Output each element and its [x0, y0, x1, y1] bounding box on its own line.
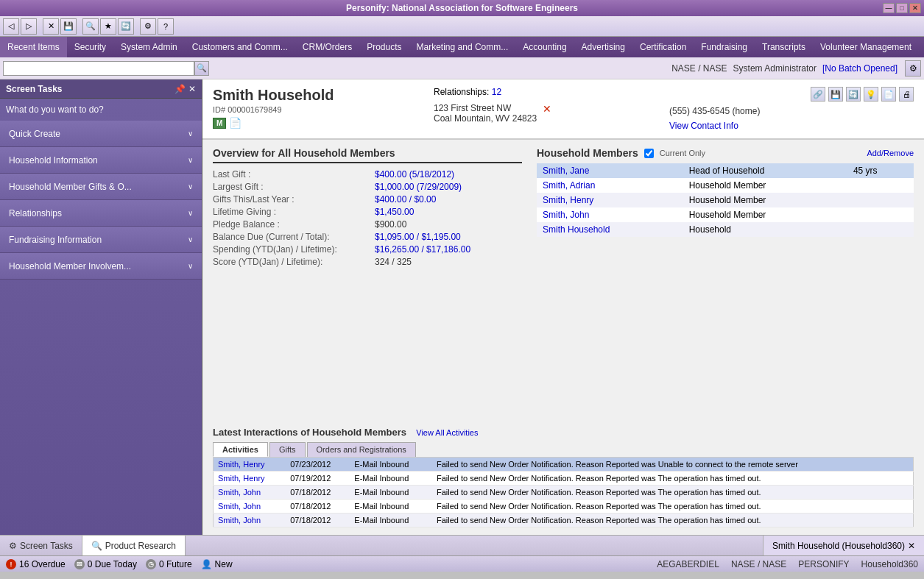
- menu-item-volunteer[interactable]: Volunteer Management: [813, 37, 919, 57]
- household-icons: M 📄: [213, 117, 419, 129]
- link-icon-button[interactable]: 🔗: [811, 87, 825, 102]
- household-phone: (555) 435-6545 (home): [669, 106, 914, 116]
- close-window-button[interactable]: ✕: [909, 3, 921, 13]
- menu-item-crm-orders[interactable]: CRM/Orders: [295, 37, 359, 57]
- member-age-cell: [847, 207, 914, 222]
- lightbulb-button[interactable]: 💡: [864, 87, 878, 102]
- document-button[interactable]: 📄: [881, 87, 896, 102]
- new-status[interactable]: 👤 New: [201, 559, 233, 569]
- member-name-cell[interactable]: Smith Household: [537, 222, 683, 237]
- menu-item-certification[interactable]: Certification: [632, 37, 694, 57]
- member-name-cell[interactable]: Smith, Jane: [537, 163, 683, 178]
- menu-item-products[interactable]: Products: [359, 37, 409, 57]
- overdue-status[interactable]: ! 16 Overdue: [6, 559, 66, 569]
- refresh-button[interactable]: 🔄: [118, 18, 134, 35]
- member-name-cell[interactable]: Smith, Henry: [537, 193, 683, 207]
- menu-item-security[interactable]: Security: [67, 37, 113, 57]
- sidebar-close-button[interactable]: ✕: [188, 84, 196, 94]
- star-button[interactable]: ★: [100, 18, 116, 35]
- overview-left: Overview for All Household Members Last …: [213, 147, 522, 419]
- status-bar: ! 16 Overdue ✉ 0 Due Today ◷ 0 Future 👤 …: [0, 555, 924, 572]
- screen-tasks-icon: ⚙: [9, 541, 17, 551]
- household360-tab[interactable]: Smith Household (Household360) ✕: [763, 536, 924, 555]
- table-row: Smith, John 07/18/2012 E-Mail Inbound Fa…: [214, 514, 914, 528]
- search-input[interactable]: [3, 61, 194, 76]
- sidebar-item-quick-create[interactable]: Quick Create ∨: [0, 121, 202, 147]
- minimize-button[interactable]: —: [883, 3, 895, 13]
- add-remove-link[interactable]: Add/Remove: [867, 149, 914, 157]
- save-record-button[interactable]: 💾: [828, 87, 843, 102]
- tab-orders[interactable]: Orders and Registrations: [307, 442, 416, 457]
- close-household360-button[interactable]: ✕: [908, 541, 915, 551]
- product-research-tab[interactable]: 🔍 Product Research: [82, 536, 186, 555]
- menu-item-recent-items[interactable]: Recent Items: [0, 37, 67, 57]
- member-name-cell[interactable]: Smith, Adrian: [537, 178, 683, 193]
- member-role-cell: Household Member: [683, 193, 847, 207]
- search-bar: 🔍 NASE / NASE System Administrator [No B…: [0, 57, 924, 79]
- refresh-record-button[interactable]: 🔄: [846, 87, 861, 102]
- menu-item-fundraising[interactable]: Fundraising: [694, 37, 755, 57]
- remove-address-button[interactable]: ✕: [543, 103, 551, 115]
- menu-item-customers[interactable]: Customers and Comm...: [185, 37, 295, 57]
- sidebar-what-label: What do you want to do?: [0, 99, 202, 121]
- household360-status-label: Household360: [861, 559, 918, 569]
- nase-label: NASE / NASE: [731, 559, 786, 569]
- sidebar-item-household-gifts[interactable]: Household Member Gifts & O... ∨: [0, 174, 202, 200]
- tab-gifts[interactable]: Gifts: [269, 442, 306, 457]
- save-button[interactable]: 💾: [60, 18, 77, 35]
- sidebar-pin-button[interactable]: 📌: [174, 84, 186, 94]
- view-contact-info-link[interactable]: View Contact Info: [669, 121, 738, 131]
- forward-button[interactable]: ▷: [21, 18, 37, 35]
- gifts-year-value: $400.00 / $0.00: [375, 194, 436, 205]
- balance-due-row: Balance Due (Current / Total): $1,095.00…: [213, 232, 522, 242]
- status-bar-right: AEGABERDIEL NASE / NASE PERSONIFY Househ…: [657, 559, 918, 569]
- tab-activities[interactable]: Activities: [213, 442, 268, 457]
- search-toolbar-button[interactable]: 🔍: [82, 18, 99, 35]
- main-layout: Screen Tasks 📌 ✕ What do you want to do?…: [0, 79, 924, 535]
- interactions-section: Latest Interactions of Household Members…: [202, 427, 924, 535]
- menu-item-reporting[interactable]: Reporting: [919, 37, 924, 57]
- member-role-cell: Head of Household: [683, 163, 847, 178]
- window-controls[interactable]: — □ ✕: [883, 3, 921, 13]
- interactions-title: Latest Interactions of Household Members: [213, 427, 406, 438]
- last-gift-value: $400.00 (5/18/2012): [375, 169, 454, 180]
- household-header: Smith Household ID# 000001679849 M 📄 Rel…: [202, 79, 924, 140]
- member-name-cell[interactable]: Smith, John: [537, 207, 683, 222]
- activity-date-cell: 07/18/2012: [286, 500, 350, 514]
- settings-button[interactable]: ⚙: [140, 18, 156, 35]
- activity-desc-cell: Failed to send New Order Notification. R…: [432, 500, 914, 514]
- activity-name-cell[interactable]: Smith, John: [214, 500, 286, 514]
- print-button[interactable]: 🖨: [899, 87, 914, 102]
- member-role-cell: Household Member: [683, 178, 847, 193]
- table-row: Smith, Jane Head of Household 45 yrs: [537, 163, 914, 178]
- menu-item-system-admin[interactable]: System Admin: [113, 37, 185, 57]
- corner-settings-button[interactable]: ⚙: [905, 60, 921, 77]
- spending-row: Spending (YTD(Jan) / Lifetime): $16,265.…: [213, 244, 522, 255]
- menu-item-accounting[interactable]: Accounting: [515, 37, 574, 57]
- menu-item-transcripts[interactable]: Transcripts: [755, 37, 813, 57]
- menu-item-advertising[interactable]: Advertising: [574, 37, 632, 57]
- current-only-checkbox[interactable]: [644, 149, 654, 158]
- back-button[interactable]: ◁: [3, 18, 19, 35]
- activities-table: Smith, Henry 07/23/2012 E-Mail Inbound F…: [213, 457, 914, 528]
- content-area: Smith Household ID# 000001679849 M 📄 Rel…: [202, 79, 924, 535]
- search-button[interactable]: 🔍: [194, 61, 209, 76]
- relationships-link[interactable]: 12: [492, 87, 501, 97]
- sidebar-item-household-info[interactable]: Household Information ∨: [0, 147, 202, 174]
- menu-item-marketing[interactable]: Marketing and Comm...: [409, 37, 516, 57]
- activity-name-cell[interactable]: Smith, John: [214, 486, 286, 500]
- sidebar-title: Screen Tasks: [6, 84, 172, 94]
- activity-name-cell[interactable]: Smith, Henry: [214, 458, 286, 472]
- sidebar-item-relationships[interactable]: Relationships ∨: [0, 200, 202, 227]
- maximize-button[interactable]: □: [896, 3, 908, 13]
- activity-name-cell[interactable]: Smith, Henry: [214, 472, 286, 486]
- activity-name-cell[interactable]: Smith, John: [214, 514, 286, 528]
- view-all-activities-link[interactable]: View All Activities: [416, 428, 478, 437]
- screen-tasks-tab[interactable]: ⚙ Screen Tasks: [0, 536, 82, 555]
- sidebar-item-involvement[interactable]: Household Member Involvem... ∨: [0, 253, 202, 280]
- stop-button[interactable]: ✕: [43, 18, 59, 35]
- future-status[interactable]: ◷ 0 Future: [146, 559, 192, 569]
- due-today-status[interactable]: ✉ 0 Due Today: [74, 559, 137, 569]
- sidebar-item-fundraising[interactable]: Fundraising Information ∨: [0, 227, 202, 253]
- help-button[interactable]: ?: [158, 18, 174, 35]
